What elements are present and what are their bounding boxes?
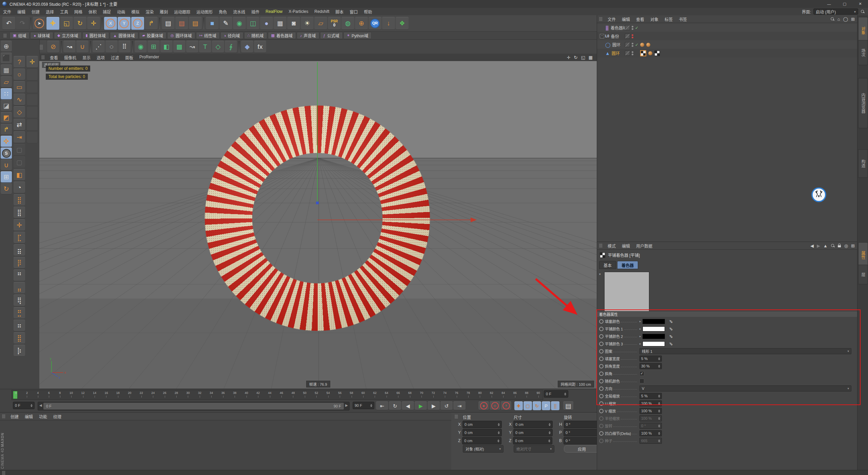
focus-icon[interactable]: ◎ [844,244,848,248]
render-view-button[interactable]: ▤ [162,17,175,30]
number-field-凹凸细节(Delta)[interactable]: 100 % [639,430,662,436]
field-button-径向域[interactable]: ◑径向域 [220,32,243,39]
animation-dot-icon[interactable] [599,342,604,346]
object-row-着色器域[interactable]: ⣿着色器域✓ [597,23,857,32]
enabled-check-icon[interactable]: ✓ [635,25,638,30]
dot-grid-d[interactable]: ⣶ [14,244,25,256]
lattice-object[interactable]: ◉ [135,41,147,53]
menu-创建[interactable]: 创建 [28,9,43,15]
visibility-dots[interactable] [632,51,633,55]
key-position-toggle[interactable]: ✚ [514,401,523,410]
search-icon[interactable] [861,10,865,14]
field-button-Python域[interactable]: ✶Python域 [343,32,372,39]
dot-grid-c[interactable]: ⣏ [14,232,25,244]
object-axis-mode[interactable]: ↱ [1,124,12,135]
tab-着色器[interactable]: 着色器 [617,261,638,269]
fill-selection[interactable]: ⇥ [14,131,25,143]
menu-选择[interactable]: 选择 [43,9,57,15]
editor-visibility-toggle[interactable] [625,51,630,56]
animation-dot-icon[interactable] [599,334,604,339]
dot-grid-a[interactable]: ⣿ [14,194,25,206]
attribute-manager-menu-编辑[interactable]: 编辑 [619,243,633,249]
viewport-canvas[interactable]: 透视视图 Number of emitters: 0 Total live pa… [39,61,597,388]
editor-visibility-toggle[interactable] [625,25,630,30]
sweep-object[interactable]: ◇ [212,41,224,53]
color-swatch[interactable] [643,334,665,339]
number-field-U 缩放[interactable]: 100 % [639,400,662,406]
field-button-着色器域[interactable]: ▩着色器域 [268,32,296,39]
drag-grip[interactable] [2,414,5,418]
realflow-plugin[interactable]: ❖ [396,17,409,30]
live-selection-tool[interactable]: ➤ [33,17,46,30]
animation-dot-icon[interactable] [599,394,604,398]
add-icon[interactable]: ⊞ [851,244,855,248]
spline-smooth-tool[interactable]: ↝ [186,41,198,53]
dropdown-方向[interactable]: V▾ [639,385,851,392]
spinner[interactable] [498,423,500,426]
magnet-snap[interactable]: ∪ [1,159,12,171]
material-manager-menu-创建[interactable]: 创建 [7,414,22,419]
cube-points-object[interactable]: ⊞ [147,41,160,53]
light-object[interactable]: ☀ [301,17,314,30]
render-picture-viewer-button[interactable]: ▤ [175,17,188,30]
animation-dot-icon[interactable] [599,364,604,368]
timeline-options-button[interactable]: ▤ [563,401,573,410]
dot-grid-k[interactable]: ⣿ [14,332,25,344]
spline-arc-tool[interactable]: ↝ [63,41,76,53]
animation-dot-icon[interactable] [599,409,604,413]
animation-dot-icon[interactable] [599,416,604,421]
coord-field[interactable]: 0 cm [462,429,502,436]
texture-tag-icon[interactable] [654,51,660,56]
dot-grid-j[interactable]: ⠶ [14,320,25,331]
enabled-check-icon[interactable]: ✓ [635,42,638,47]
spinner[interactable] [497,439,499,442]
field-button-圆环体域[interactable]: ◎圆环体域 [167,32,195,39]
menu-渲染[interactable]: 渲染 [142,9,157,15]
maximize-button[interactable]: ▢ [837,0,852,8]
menu-脚本[interactable]: 脚本 [332,9,347,15]
range-bar[interactable]: 0 F 90 F [43,403,344,410]
field-button-组域[interactable]: ▣组域 [9,32,29,39]
field-button-圆柱体域[interactable]: ▮圆柱体域 [82,32,109,39]
tab-基本[interactable]: 基本 [599,261,616,269]
coord-field[interactable]: 0 cm [513,437,552,444]
polygon-selection[interactable]: ◇ [14,106,25,118]
camera-object[interactable]: ◙ [287,17,300,30]
expand-icon[interactable]: ▸ [639,342,641,345]
menu-角色[interactable]: 角色 [216,9,230,15]
animation-dot-icon[interactable] [599,319,604,324]
close-button[interactable]: ✕ [852,0,868,8]
range-end-field[interactable]: 90 F [353,402,374,409]
menu-工具[interactable]: 工具 [57,9,71,15]
spinner[interactable] [549,431,551,434]
menu-窗口[interactable]: 窗口 [347,9,361,15]
viewport-menu-摄像机[interactable]: 摄像机 [61,55,79,60]
drag-grip[interactable] [599,244,603,248]
text-object[interactable]: T [199,41,211,53]
animation-dot-icon[interactable] [599,386,604,391]
menu-运动跟踪[interactable]: 运动跟踪 [171,9,193,15]
expander-icon[interactable]: − [600,34,604,38]
section-header[interactable]: 着色器属性 [597,311,857,317]
side-tab-层[interactable]: 层 [858,265,868,284]
polygons-mode[interactable]: ◩ [1,112,12,123]
rotate-tool[interactable]: ↻ [74,17,86,30]
editor-visibility-toggle[interactable] [625,34,630,39]
earth-globe-plugin[interactable]: ⊕ [355,17,368,30]
phong-tag-icon[interactable] [648,51,652,55]
range-right-nub[interactable]: ▶ [345,403,348,407]
viewport-navigation-mouse[interactable]: ✜ [1,136,12,147]
object-manager-menu-对象[interactable]: 对象 [647,16,662,22]
eyedropper-icon[interactable]: ✎ [668,320,673,323]
goto-start-button[interactable]: ⇤ [376,401,388,410]
spline-pen-tool[interactable]: ✎ [219,17,232,30]
number-field-全局缩放[interactable]: 5 % [639,393,662,399]
menu-RealFlow[interactable]: RealFlow [262,9,285,14]
spinner[interactable] [564,393,566,396]
animation-dot-icon[interactable] [599,349,604,354]
object-row-备份[interactable]: −L0备份 [597,32,857,40]
dot-grid-b[interactable]: ⣿ [14,207,25,218]
eye-icon[interactable]: ◯ [843,17,848,21]
metaball-generator[interactable]: ● [260,17,273,30]
animation-dot-icon[interactable] [599,379,604,383]
